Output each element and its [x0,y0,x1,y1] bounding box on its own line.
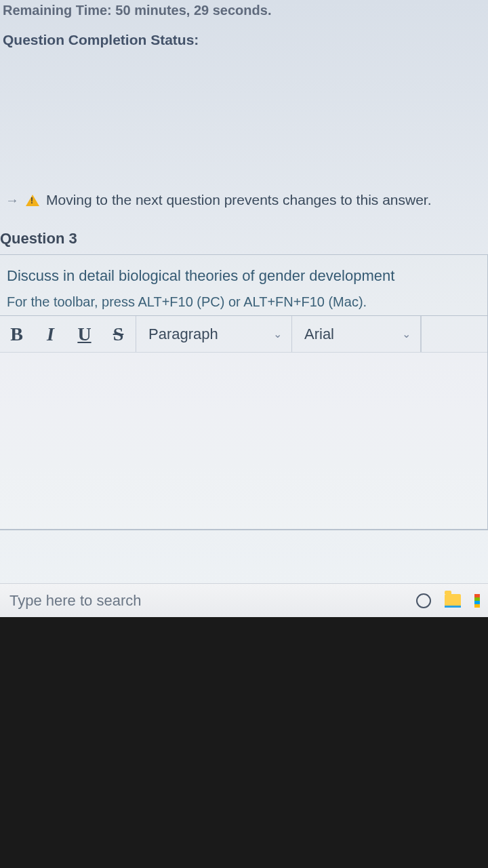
strikethrough-button[interactable]: S [102,316,136,352]
cortana-icon[interactable] [416,593,431,608]
completion-status-label: Question Completion Status: [0,24,488,48]
question-number-label: Question 3 [0,212,488,254]
block-format-select[interactable]: Paragraph ⌄ [136,316,292,352]
font-family-value: Arial [304,326,334,343]
file-explorer-icon[interactable] [445,594,461,608]
warning-row: → Moving to the next question prevents c… [0,191,488,212]
editor-textarea[interactable] [0,353,487,529]
chevron-down-icon: ⌄ [273,328,282,340]
microsoft-store-icon[interactable] [474,594,480,608]
toolbar-extra[interactable] [421,316,455,352]
toolbar-hint: For the toolbar, press ALT+F10 (PC) or A… [7,294,479,315]
warning-icon [26,195,39,206]
bold-button[interactable]: B [0,316,34,352]
block-format-value: Paragraph [148,326,218,343]
editor-toolbar: B I U S Paragraph ⌄ Arial ⌄ [0,316,487,353]
font-family-select[interactable]: Arial ⌄ [292,316,421,352]
windows-taskbar: Type here to search [0,583,488,617]
chevron-down-icon: ⌄ [402,328,411,340]
question-box: Discuss in detail biological theories of… [0,254,488,530]
timer-row: Remaining Time: 50 minutes, 29 seconds. [0,0,488,24]
taskbar-search[interactable]: Type here to search [9,592,403,610]
underline-button[interactable]: U [68,316,102,352]
arrow-right-icon[interactable]: → [5,193,19,208]
rich-text-editor: B I U S Paragraph ⌄ Arial ⌄ [0,315,487,530]
question-prompt: Discuss in detail biological theories of… [7,267,479,294]
remaining-time-label: Remaining Time: 50 minutes, 29 seconds. [0,3,271,18]
italic-button[interactable]: I [34,316,68,352]
warning-text: Moving to the next question prevents cha… [46,192,432,208]
